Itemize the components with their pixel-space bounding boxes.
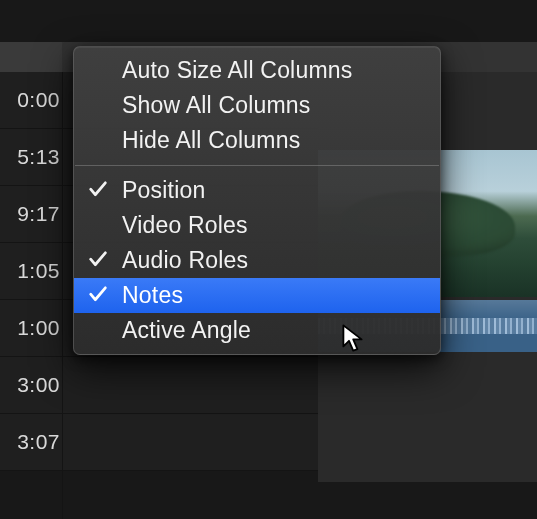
menu-item-active-angle[interactable]: Active Angle (74, 313, 440, 348)
menu-item-notes[interactable]: Notes (74, 278, 440, 313)
column-divider (62, 72, 63, 519)
check-icon (87, 248, 109, 270)
menu-item-label: Active Angle (122, 317, 251, 344)
timecode: 9:17 (0, 202, 60, 226)
check-icon (87, 283, 109, 305)
timecode: 3:00 (0, 373, 60, 397)
menu-separator (75, 165, 439, 166)
menu-item-label: Position (122, 177, 205, 204)
menu-item-label: Auto Size All Columns (122, 57, 352, 84)
timecode: 0:00 (0, 88, 60, 112)
menu-item-auto-size[interactable]: Auto Size All Columns (74, 53, 440, 88)
menu-item-label: Show All Columns (122, 92, 311, 119)
timecode: 1:00 (0, 316, 60, 340)
menu-item-video-roles[interactable]: Video Roles (74, 208, 440, 243)
menu-item-label: Video Roles (122, 212, 248, 239)
timecode: 5:13 (0, 145, 60, 169)
menu-item-audio-roles[interactable]: Audio Roles (74, 243, 440, 278)
column-context-menu: Auto Size All Columns Show All Columns H… (73, 46, 441, 355)
menu-item-show-all[interactable]: Show All Columns (74, 88, 440, 123)
menu-item-hide-all[interactable]: Hide All Columns (74, 123, 440, 158)
check-icon (87, 178, 109, 200)
timecode: 1:05 (0, 259, 60, 283)
menu-item-position[interactable]: Position (74, 173, 440, 208)
menu-item-label: Notes (122, 282, 183, 309)
timecode: 3:07 (0, 430, 60, 454)
menu-item-label: Audio Roles (122, 247, 248, 274)
menu-item-label: Hide All Columns (122, 127, 300, 154)
